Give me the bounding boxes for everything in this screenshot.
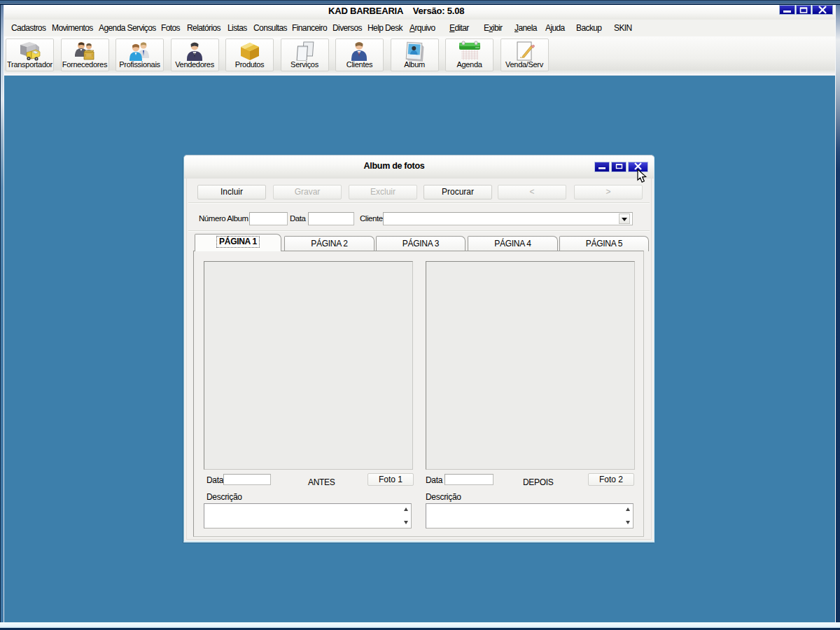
svg-text:xxx: xxx bbox=[475, 46, 479, 49]
